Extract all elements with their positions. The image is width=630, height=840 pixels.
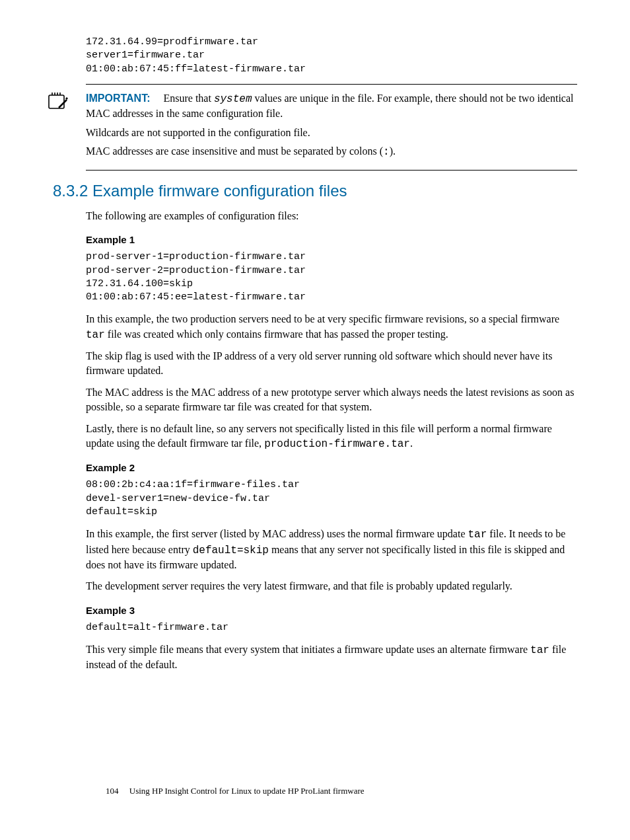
section-heading: 8.3.2 Example firmware configuration fil… bbox=[53, 180, 577, 202]
example3-heading: Example 3 bbox=[86, 603, 577, 617]
important-note-icon bbox=[46, 90, 69, 112]
inline-code-tar3: tar bbox=[530, 644, 549, 656]
svg-line-1 bbox=[59, 100, 67, 108]
important-text: Ensure that system values are unique in … bbox=[86, 93, 573, 119]
important-note-box: IMPORTANT: Ensure that system values are… bbox=[86, 84, 577, 171]
example2-heading: Example 2 bbox=[86, 461, 577, 475]
example1-p3: The MAC address is the MAC address of a … bbox=[86, 385, 577, 415]
svg-rect-0 bbox=[49, 95, 64, 108]
svg-marker-2 bbox=[65, 97, 68, 100]
inline-code-tar2: tar bbox=[468, 529, 487, 541]
section-intro: The following are examples of configurat… bbox=[86, 209, 577, 223]
example1-code: prod-server-1=production-firmware.tar pr… bbox=[86, 250, 577, 304]
example2-p1: In this example, the first server (liste… bbox=[86, 527, 577, 572]
example3-code: default=alt-firmware.tar bbox=[86, 621, 577, 634]
important-line3: MAC addresses are case insensitive and m… bbox=[86, 144, 577, 159]
important-line2: Wildcards are not supported in the confi… bbox=[86, 126, 577, 140]
inline-code-tar: tar bbox=[86, 329, 105, 341]
page-footer: 104 Using HP Insight Control for Linux t… bbox=[106, 785, 365, 797]
footer-title: Using HP Insight Control for Linux to up… bbox=[129, 786, 365, 796]
example2-p2: The development server requires the very… bbox=[86, 579, 577, 593]
inline-code-prodfw: production-firmware.tar bbox=[264, 438, 410, 450]
example1-p4: Lastly, there is no default line, so any… bbox=[86, 422, 577, 452]
example3-p1: This very simple file means that every s… bbox=[86, 642, 577, 673]
inline-code-defaultskip: default=skip bbox=[193, 545, 269, 556]
inline-code-system: system bbox=[214, 93, 252, 105]
page-number: 104 bbox=[106, 786, 119, 796]
code-block-top: 172.31.64.99=prodfirmware.tar server1=fi… bbox=[86, 36, 577, 76]
important-label: IMPORTANT: bbox=[86, 93, 150, 104]
example2-code: 08:00:2b:c4:aa:1f=firmware-files.tar dev… bbox=[86, 478, 577, 519]
inline-code-colon: : bbox=[383, 146, 390, 158]
example1-p1: In this example, the two production serv… bbox=[86, 312, 577, 342]
example1-heading: Example 1 bbox=[86, 233, 577, 247]
example1-p2: The skip flag is used with the IP addres… bbox=[86, 349, 577, 379]
